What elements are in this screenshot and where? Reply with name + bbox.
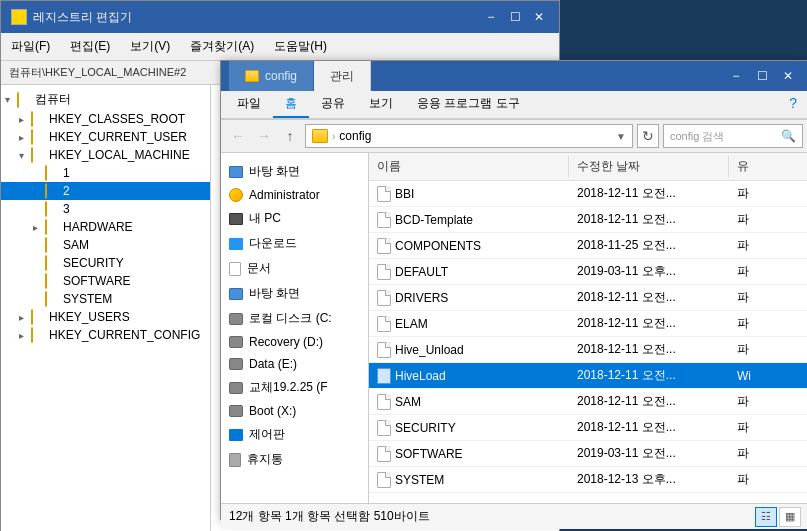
registry-close-button[interactable]: ✕ bbox=[529, 7, 549, 27]
registry-minimize-button[interactable]: − bbox=[481, 7, 501, 27]
file-icon bbox=[377, 316, 391, 332]
explorer-title-section: config 관리 bbox=[229, 61, 723, 91]
sidebar-item-label: 교체19.2.25 (F bbox=[249, 379, 328, 396]
file-row[interactable]: ELAM2018-12-11 오전...파 bbox=[369, 311, 807, 337]
tree-item-label: SAM bbox=[63, 238, 89, 252]
tree-item-hkey_current_user[interactable]: ▸HKEY_CURRENT_USER bbox=[1, 128, 210, 146]
explorer-close-button[interactable]: ✕ bbox=[775, 61, 801, 91]
explorer-minimize-button[interactable]: − bbox=[723, 61, 749, 91]
ribbon-tab-home[interactable]: 홈 bbox=[273, 91, 309, 118]
registry-menu-edit[interactable]: 편집(E) bbox=[60, 35, 120, 58]
tab-config[interactable]: config bbox=[229, 61, 314, 91]
col-header-date[interactable]: 수정한 날짜 bbox=[569, 156, 729, 177]
file-icon bbox=[377, 342, 391, 358]
tree-item-hardware[interactable]: ▸HARDWARE bbox=[1, 218, 210, 236]
file-row[interactable]: DRIVERS2018-12-11 오전...파 bbox=[369, 285, 807, 311]
tree-arrow: ▸ bbox=[33, 222, 45, 233]
file-row[interactable]: SOFTWARE2019-03-11 오전...파 bbox=[369, 441, 807, 467]
ribbon-tabs: 파일 홈 공유 보기 응용 프로그램 도구 ? bbox=[221, 91, 807, 119]
folder-icon-tab bbox=[245, 70, 259, 82]
explorer-maximize-button[interactable]: ☐ bbox=[749, 61, 775, 91]
file-date-cell: 2018-12-11 오전... bbox=[569, 287, 729, 308]
view-details-button[interactable]: ☷ bbox=[755, 507, 777, 527]
view-large-icons-button[interactable]: ▦ bbox=[779, 507, 801, 527]
ribbon-tab-file[interactable]: 파일 bbox=[225, 91, 273, 118]
registry-maximize-button[interactable]: ☐ bbox=[505, 7, 525, 27]
registry-menu-view[interactable]: 보기(V) bbox=[120, 35, 180, 58]
tree-item-sam[interactable]: SAM bbox=[1, 236, 210, 254]
up-button[interactable]: ↑ bbox=[279, 125, 301, 147]
file-row[interactable]: SECURITY2018-12-11 오전...파 bbox=[369, 415, 807, 441]
ribbon-tab-app-tools[interactable]: 응용 프로그램 도구 bbox=[405, 91, 532, 118]
sidebar-item-label: Data (E:) bbox=[249, 357, 297, 371]
file-type-cell: 파 bbox=[729, 339, 807, 360]
file-type-cell: 파 bbox=[729, 391, 807, 412]
tree-item-system[interactable]: SYSTEM bbox=[1, 290, 210, 308]
tree-folder-icon bbox=[45, 220, 61, 234]
registry-menu-file[interactable]: 파일(F) bbox=[1, 35, 60, 58]
file-icon bbox=[377, 290, 391, 306]
sidebar-item-_____[interactable]: 바탕 화면 bbox=[221, 281, 368, 306]
search-bar[interactable]: config 검색 🔍 bbox=[663, 124, 803, 148]
registry-menu-favorites[interactable]: 즐겨찾기(A) bbox=[180, 35, 264, 58]
file-date-cell: 2018-11-25 오전... bbox=[569, 235, 729, 256]
file-row[interactable]: BBI2018-12-11 오전...파 bbox=[369, 181, 807, 207]
sidebar-item-recovery__d__[interactable]: Recovery (D:) bbox=[221, 331, 368, 353]
tree-item-label: HKEY_USERS bbox=[49, 310, 130, 324]
tree-item-hkey_users[interactable]: ▸HKEY_USERS bbox=[1, 308, 210, 326]
file-date-cell: 2018-12-11 오전... bbox=[569, 209, 729, 230]
sidebar-item-__[interactable]: 문서 bbox=[221, 256, 368, 281]
tree-folder-icon bbox=[31, 328, 47, 342]
sidebar-item-________c_[interactable]: 로컬 디스크 (C: bbox=[221, 306, 368, 331]
file-date-cell: 2018-12-11 오전... bbox=[569, 365, 729, 386]
file-row[interactable]: SAM2018-12-11 오전...파 bbox=[369, 389, 807, 415]
tree-item-3[interactable]: 3 bbox=[1, 200, 210, 218]
ribbon-tab-view[interactable]: 보기 bbox=[357, 91, 405, 118]
file-date-cell: 2018-12-13 오후... bbox=[569, 469, 729, 490]
sidebar-item-boot__x__[interactable]: Boot (X:) bbox=[221, 400, 368, 422]
tree-item-software[interactable]: SOFTWARE bbox=[1, 272, 210, 290]
address-bar[interactable]: › config ▼ bbox=[305, 124, 633, 148]
sidebar-item-label: 바탕 화면 bbox=[249, 163, 300, 180]
col-header-name[interactable]: 이름 bbox=[369, 156, 569, 177]
sidebar-item-___[interactable]: 제어판 bbox=[221, 422, 368, 447]
col-header-type[interactable]: 유 bbox=[729, 156, 807, 177]
sidebar-item-administrator[interactable]: Administrator bbox=[221, 184, 368, 206]
tree-item-hkey_classes_root[interactable]: ▸HKEY_CLASSES_ROOT bbox=[1, 110, 210, 128]
tree-item-hkey_current_config[interactable]: ▸HKEY_CURRENT_CONFIG bbox=[1, 326, 210, 344]
tree-item-2[interactable]: 2 bbox=[1, 182, 210, 200]
file-row[interactable]: SYSTEM2018-12-13 오후...파 bbox=[369, 467, 807, 493]
tree-item-___[interactable]: ▾컴퓨터 bbox=[1, 89, 210, 110]
address-dropdown-arrow[interactable]: ▼ bbox=[616, 131, 626, 142]
tree-item-security[interactable]: SECURITY bbox=[1, 254, 210, 272]
ribbon-tab-share[interactable]: 공유 bbox=[309, 91, 357, 118]
tree-item-1[interactable]: 1 bbox=[1, 164, 210, 182]
tree-folder-icon bbox=[45, 202, 61, 216]
back-button[interactable]: ← bbox=[227, 125, 249, 147]
refresh-button[interactable]: ↻ bbox=[637, 124, 659, 148]
file-name-cell: ELAM bbox=[369, 314, 569, 334]
file-row[interactable]: DEFAULT2019-03-11 오후...파 bbox=[369, 259, 807, 285]
sidebar-item-__19_2_25__f[interactable]: 교체19.2.25 (F bbox=[221, 375, 368, 400]
sidebar-item-__pc[interactable]: 내 PC bbox=[221, 206, 368, 231]
sidebar-item-___[interactable]: 휴지통 bbox=[221, 447, 368, 472]
registry-menu-help[interactable]: 도움말(H) bbox=[264, 35, 337, 58]
file-row[interactable]: Hive_Unload2018-12-11 오전...파 bbox=[369, 337, 807, 363]
tree-item-label: 컴퓨터 bbox=[35, 91, 71, 108]
sidebar-item-_____[interactable]: 바탕 화면 bbox=[221, 159, 368, 184]
file-name-cell: BCD-Template bbox=[369, 210, 569, 230]
tab-manage[interactable]: 관리 bbox=[314, 61, 371, 91]
forward-button[interactable]: → bbox=[253, 125, 275, 147]
tree-arrow: ▸ bbox=[19, 132, 31, 143]
file-row[interactable]: COMPONENTS2018-11-25 오전...파 bbox=[369, 233, 807, 259]
file-row[interactable]: HiveLoad2018-12-11 오전...Wi bbox=[369, 363, 807, 389]
desktop-icon bbox=[229, 288, 243, 300]
tree-item-hkey_local_machine[interactable]: ▾HKEY_LOCAL_MACHINE bbox=[1, 146, 210, 164]
desktop-icon bbox=[229, 166, 243, 178]
ribbon-help-button[interactable]: ? bbox=[781, 91, 805, 118]
file-row[interactable]: BCD-Template2018-12-11 오전...파 bbox=[369, 207, 807, 233]
explorer-window: config 관리 − ☐ ✕ 파일 홈 공유 보기 bbox=[220, 60, 807, 520]
sidebar-item-data__e__[interactable]: Data (E:) bbox=[221, 353, 368, 375]
sidebar-item-____[interactable]: 다운로드 bbox=[221, 231, 368, 256]
tree-item-label: HKEY_CURRENT_CONFIG bbox=[49, 328, 200, 342]
